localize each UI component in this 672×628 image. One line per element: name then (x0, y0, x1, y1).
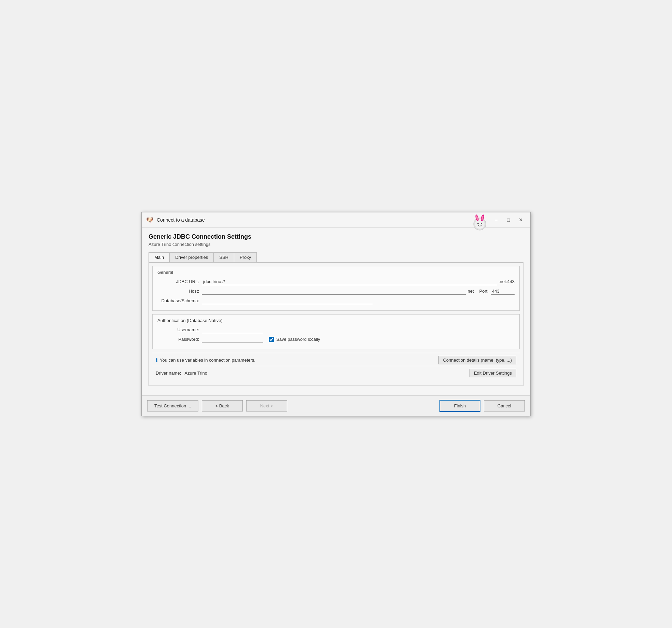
page-title: Generic JDBC Connection Settings (149, 233, 523, 240)
db-schema-row: Database/Schema: (157, 297, 515, 304)
host-label: Host: (157, 289, 202, 294)
svg-point-2 (477, 223, 479, 224)
tab-main[interactable]: Main (149, 252, 170, 262)
tab-bar: Main Driver properties SSH Proxy (149, 252, 523, 262)
content-area: Generic JDBC Connection Settings Azure T… (142, 228, 530, 395)
close-button[interactable]: ✕ (515, 215, 526, 225)
footer: Test Connection ... < Back Next > Finish… (142, 395, 530, 416)
tab-proxy[interactable]: Proxy (234, 252, 257, 262)
back-button[interactable]: < Back (202, 400, 243, 411)
username-input[interactable] (202, 326, 263, 333)
general-section-title: General (157, 270, 515, 275)
next-button[interactable]: Next > (246, 400, 287, 411)
titlebar-controls: − □ ✕ (491, 215, 526, 225)
info-icon: ℹ (156, 357, 158, 363)
save-password-area: Save password locally (269, 337, 320, 342)
host-row: Host: .net Port: (157, 288, 515, 295)
app-icon: 🐶 (146, 216, 154, 224)
page-subtitle: Azure Trino connection settings (149, 242, 523, 247)
logo-area (470, 213, 489, 233)
host-input[interactable] (202, 288, 466, 295)
jdbc-url-field-area: .net:443 (202, 278, 515, 285)
jdbc-url-suffix: .net:443 (499, 279, 515, 284)
main-window: 🐶 Connect to a database − □ ✕ (141, 212, 531, 416)
svg-point-3 (481, 223, 482, 224)
password-input[interactable] (202, 336, 263, 343)
username-row: Username: (157, 326, 515, 333)
svg-point-1 (475, 219, 485, 229)
jdbc-url-row: JDBC URL: .net:443 (157, 278, 515, 285)
connection-details-button[interactable]: Connection details (name, type, ...) (438, 356, 516, 364)
auth-section: Authentication (Database Native) Usernam… (152, 314, 520, 349)
port-label: Port: (479, 289, 489, 294)
window-title: Connect to a database (157, 217, 491, 223)
cancel-button[interactable]: Cancel (484, 400, 525, 411)
tab-ssh[interactable]: SSH (213, 252, 234, 262)
variables-info-row: ℹ You can use variables in connection pa… (152, 353, 520, 366)
save-password-label[interactable]: Save password locally (276, 337, 320, 342)
tab-driver-properties[interactable]: Driver properties (169, 252, 214, 262)
driver-row: Driver name: Azure Trino Edit Driver Set… (152, 366, 520, 380)
save-password-checkbox[interactable] (269, 337, 274, 342)
password-label: Password: (157, 337, 202, 342)
jdbc-url-input[interactable] (202, 278, 497, 285)
main-panel: General JDBC URL: .net:443 Host: .net (149, 262, 523, 386)
db-schema-label: Database/Schema: (157, 298, 202, 303)
driver-name-value: Azure Trino (185, 371, 207, 376)
titlebar: 🐶 Connect to a database − □ ✕ (142, 212, 530, 228)
finish-button[interactable]: Finish (439, 400, 480, 412)
test-connection-button[interactable]: Test Connection ... (147, 400, 198, 411)
host-suffix: .net (466, 289, 474, 294)
auth-section-title: Authentication (Database Native) (157, 318, 515, 323)
port-input[interactable] (491, 288, 515, 295)
password-row: Password: Save password locally (157, 336, 515, 343)
info-text: You can use variables in connection para… (160, 358, 438, 363)
spacer-bottom (149, 380, 523, 386)
minimize-button[interactable]: − (491, 215, 502, 225)
edit-driver-settings-button[interactable]: Edit Driver Settings (470, 369, 516, 377)
host-field-area: .net (202, 288, 474, 295)
username-label: Username: (157, 327, 202, 332)
maximize-button[interactable]: □ (503, 215, 514, 225)
driver-name-label: Driver name: Azure Trino (156, 371, 470, 376)
db-schema-input[interactable] (202, 297, 373, 304)
general-section: General JDBC URL: .net:443 Host: .net (152, 266, 520, 311)
jdbc-url-label: JDBC URL: (157, 279, 202, 284)
app-logo (470, 213, 489, 232)
